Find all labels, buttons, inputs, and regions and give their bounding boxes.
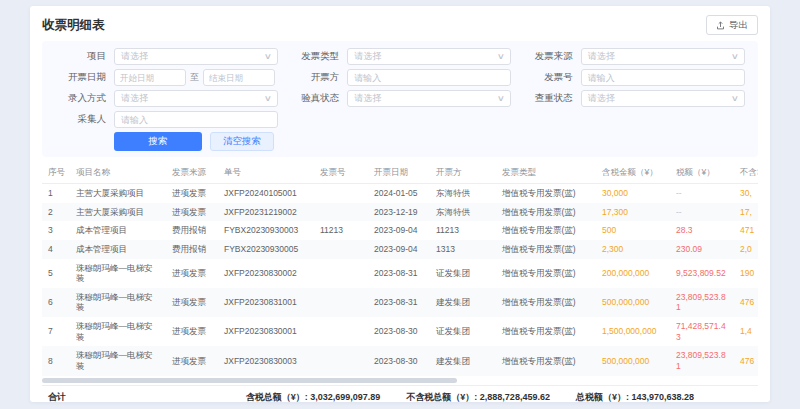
table-cell: 2023-08-31 — [368, 259, 430, 288]
invoice-source-placeholder: 请选择 — [588, 50, 615, 63]
summary-total-label: 合计 — [48, 391, 66, 403]
export-icon — [716, 21, 725, 30]
filter-label-invoice-type: 发票类型 — [283, 50, 339, 63]
dup-status-select[interactable]: 请选择 ∨ — [581, 90, 745, 107]
export-button[interactable]: 导出 — [706, 15, 758, 35]
table-row: 1主营大厦采购项目进项发票JXFP202401050012024-01-05东海… — [42, 184, 758, 203]
table-cell: JXFP20231219002 — [218, 203, 314, 222]
table-cell: 28.3 — [670, 221, 734, 240]
table-cell: 2 — [42, 203, 70, 222]
project-select-placeholder: 请选择 — [121, 50, 148, 63]
summary-items: 含税总额（¥）: 3,032,699,097.89不含税总额（¥）: 2,888… — [246, 391, 694, 403]
table-cell: 进项发票 — [166, 288, 218, 317]
table-cell: 500,000,000 — [596, 288, 670, 317]
filter-label-issuer: 开票方 — [283, 71, 339, 84]
invoice-type-select[interactable]: 请选择 ∨ — [347, 48, 511, 65]
table-cell: 增值税专用发票(蓝) — [496, 288, 596, 317]
table-cell: 增值税专用发票(蓝) — [496, 317, 596, 346]
chevron-down-icon: ∨ — [497, 94, 505, 103]
table-cell: 珠穆朗玛峰—电梯安装 — [70, 317, 166, 346]
table-cell: 30, — [734, 184, 758, 203]
table-cell — [314, 184, 368, 203]
table-cell: 进项发票 — [166, 259, 218, 288]
project-select[interactable]: 请选择 ∨ — [114, 48, 278, 65]
collector-input[interactable] — [114, 111, 278, 128]
table-cell: 5 — [42, 259, 70, 288]
table-cell: 增值税专用发票(蓝) — [496, 184, 596, 203]
card-header: 收票明细表 导出 — [42, 14, 758, 36]
invoice-no-input[interactable] — [581, 69, 745, 86]
table-cell: JXFP20230830001 — [218, 317, 314, 346]
table-cell: 8 — [42, 346, 70, 375]
table-cell: 9,523,809.52 — [670, 259, 734, 288]
table-header-row: 序号项目名称发票来源单号发票号开票日期开票方发票类型含税金额（¥）税额（¥）不含… — [42, 163, 758, 184]
issuer-input[interactable] — [347, 69, 511, 86]
table-cell: JXFP20230830002 — [218, 259, 314, 288]
table-cell: 2023-09-04 — [368, 221, 430, 240]
table-cell: 6 — [42, 288, 70, 317]
invoice-source-select[interactable]: 请选择 ∨ — [581, 48, 745, 65]
table-cell: 11213 — [314, 221, 368, 240]
table-cell: 进项发票 — [166, 317, 218, 346]
verify-status-select[interactable]: 请选择 ∨ — [347, 90, 511, 107]
date-range-separator: 至 — [190, 71, 199, 84]
dup-status-placeholder: 请选择 — [588, 92, 615, 105]
table-cell: 进项发票 — [166, 184, 218, 203]
table-cell: 500 — [596, 221, 670, 240]
table-cell: 2023-08-30 — [368, 317, 430, 346]
column-header: 发票来源 — [166, 163, 218, 184]
table-cell: 71,428,571.43 — [670, 317, 734, 346]
table-cell — [314, 259, 368, 288]
table-cell: 200,000,000 — [596, 259, 670, 288]
start-date-input[interactable] — [114, 69, 186, 86]
summary-item: 总税额（¥）: 143,970,638.28 — [576, 391, 694, 403]
scrollbar-thumb[interactable] — [42, 378, 457, 383]
table-cell: 230.09 — [670, 240, 734, 259]
table-body: 1主营大厦采购项目进项发票JXFP202401050012024-01-05东海… — [42, 184, 758, 376]
table-cell: 增值税专用发票(蓝) — [496, 259, 596, 288]
table-cell: 成本管理项目 — [70, 240, 166, 259]
column-header: 单号 — [218, 163, 314, 184]
filter-label-project: 项目 — [50, 50, 106, 63]
invoice-table: 序号项目名称发票来源单号发票号开票日期开票方发票类型含税金额（¥）税额（¥）不含… — [42, 163, 758, 376]
filter-label-entry-method: 录入方式 — [50, 92, 106, 105]
clear-search-button[interactable]: 清空搜索 — [210, 132, 274, 151]
table-cell: 进项发票 — [166, 346, 218, 375]
table-cell: 2023-12-19 — [368, 203, 430, 222]
entry-method-placeholder: 请选择 — [121, 92, 148, 105]
summary-item: 不含税总额（¥）: 2,888,728,459.62 — [406, 391, 550, 403]
filter-panel: 项目 请选择 ∨ 发票类型 请选择 ∨ 发票来源 请选择 ∨ — [42, 41, 758, 157]
table-cell: 2024-01-05 — [368, 184, 430, 203]
filter-label-invoice-no: 发票号 — [517, 71, 573, 84]
column-header: 税额（¥） — [670, 163, 734, 184]
table-cell: 500,000,000 — [596, 346, 670, 375]
chevron-down-icon: ∨ — [731, 94, 739, 103]
entry-method-select[interactable]: 请选择 ∨ — [114, 90, 278, 107]
table-cell: 476 — [734, 288, 758, 317]
table-row: 3成本管理项目费用报销FYBX20230930003112132023-09-0… — [42, 221, 758, 240]
table-cell: 1 — [42, 184, 70, 203]
chevron-down-icon: ∨ — [264, 52, 272, 61]
horizontal-scrollbar[interactable] — [42, 378, 758, 383]
table-cell: 2,0 — [734, 240, 758, 259]
table-cell: 1,500,000,000 — [596, 317, 670, 346]
column-header: 开票日期 — [368, 163, 430, 184]
summary-item: 含税总额（¥）: 3,032,699,097.89 — [246, 391, 381, 403]
table-cell: 1313 — [430, 240, 496, 259]
table-cell: 7 — [42, 317, 70, 346]
table-cell: FYBX20230930005 — [218, 240, 314, 259]
table-cell: FYBX20230930003 — [218, 221, 314, 240]
search-button[interactable]: 搜索 — [114, 132, 202, 151]
table-cell: 珠穆朗玛峰—电梯安装 — [70, 288, 166, 317]
table-cell: 建发集团 — [430, 288, 496, 317]
chevron-down-icon: ∨ — [264, 94, 272, 103]
table-cell: JXFP20240105001 — [218, 184, 314, 203]
table-cell: 东海特供 — [430, 184, 496, 203]
table-cell: 增值税专用发票(蓝) — [496, 203, 596, 222]
table-row: 4成本管理项目费用报销FYBX202309300052023-09-041313… — [42, 240, 758, 259]
end-date-input[interactable] — [203, 69, 275, 86]
table-cell: 3 — [42, 221, 70, 240]
table-cell: -- — [670, 203, 734, 222]
chevron-down-icon: ∨ — [731, 52, 739, 61]
table-cell: 2023-09-04 — [368, 240, 430, 259]
